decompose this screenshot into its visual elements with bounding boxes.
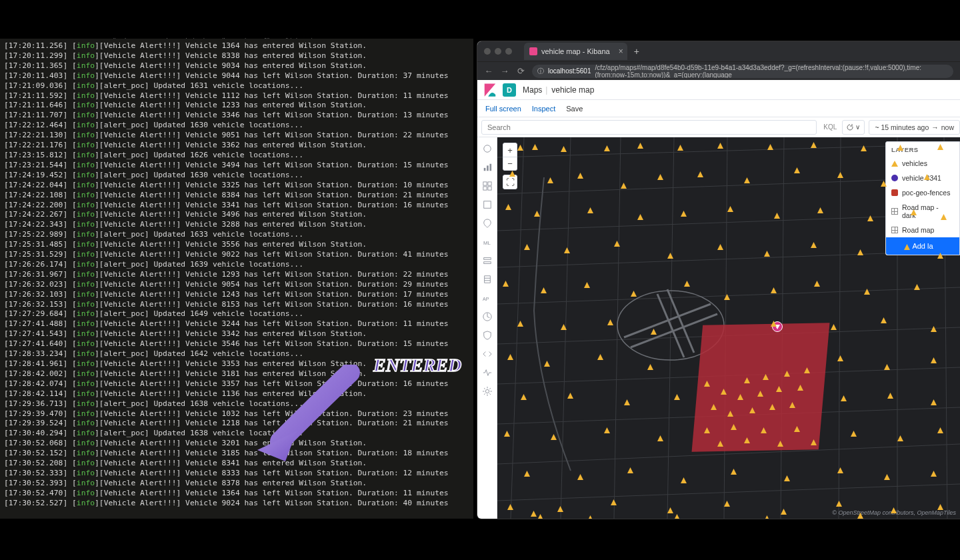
vehicle-marker[interactable] (684, 277, 690, 283)
vehicle-marker[interactable] (557, 503, 563, 509)
vehicle-marker[interactable] (561, 143, 567, 149)
vehicle-marker[interactable] (517, 141, 523, 147)
vehicle-marker[interactable] (524, 467, 530, 473)
vehicle-marker[interactable] (857, 246, 863, 252)
vehicle-marker[interactable] (604, 424, 610, 430)
map-canvas[interactable]: + − ⛶ LAYERS vehiclesvehicle 8341poc-geo… (497, 137, 960, 519)
fit-bounds-button[interactable]: ⛶ (503, 175, 517, 189)
vehicle-marker[interactable] (521, 391, 527, 397)
kibana-logo-icon[interactable] (483, 83, 497, 97)
reload-icon[interactable]: ⟳ (516, 66, 525, 76)
vehicle-marker[interactable] (631, 287, 637, 293)
vehicle-marker[interactable] (764, 247, 770, 253)
nav-uptime-icon[interactable] (483, 312, 492, 321)
vehicle-marker[interactable] (611, 496, 617, 502)
time-picker[interactable]: ~ 15 minutes ago → now (869, 120, 960, 135)
vehicle-marker[interactable] (814, 277, 820, 283)
vehicle-marker[interactable] (647, 361, 653, 367)
vehicle-marker[interactable] (937, 424, 943, 430)
vehicle-marker[interactable] (914, 281, 920, 287)
vehicle-marker[interactable] (724, 291, 730, 297)
nav-ml-icon[interactable]: ML (483, 237, 492, 247)
nav-management-icon[interactable] (483, 387, 492, 396)
vehicle-marker[interactable] (744, 434, 750, 440)
vehicle-marker[interactable] (777, 437, 783, 443)
vehicle-marker[interactable] (731, 421, 737, 427)
vehicle-marker[interactable] (763, 371, 769, 377)
vehicle-marker[interactable] (681, 207, 687, 213)
vehicle-marker[interactable] (564, 244, 570, 250)
vehicle-marker[interactable] (737, 391, 743, 397)
vehicle-marker[interactable] (587, 512, 593, 518)
vehicle-marker[interactable] (811, 139, 817, 145)
vehicle-marker[interactable] (884, 471, 890, 477)
kql-toggle[interactable]: KQL (823, 123, 837, 131)
nav-canvas-icon[interactable] (483, 200, 492, 209)
vehicle-marker[interactable] (567, 389, 573, 395)
vehicle-marker[interactable] (931, 467, 937, 473)
nav-visualize-icon[interactable] (483, 163, 492, 172)
vehicle-marker[interactable] (727, 407, 733, 413)
vehicle-marker[interactable] (941, 211, 947, 217)
vehicle-marker[interactable] (541, 284, 547, 290)
zoom-in-button[interactable]: + (503, 143, 517, 157)
vehicle-marker[interactable] (774, 209, 780, 215)
vehicle-marker[interactable] (811, 239, 817, 245)
terminal-output[interactable]: [17:20:11.256] [info][Vehicle Alert!!!] … (0, 39, 473, 509)
vehicle-marker[interactable] (931, 396, 937, 402)
space-selector[interactable]: D (503, 83, 516, 97)
vehicle-marker[interactable] (784, 472, 790, 478)
nav-dashboard-icon[interactable] (483, 181, 492, 191)
vehicle-marker[interactable] (937, 249, 943, 255)
vehicle-marker[interactable] (547, 174, 553, 180)
back-icon[interactable]: ← (484, 66, 493, 76)
breadcrumb-root[interactable]: Maps (523, 85, 542, 95)
vehicle-marker[interactable] (891, 504, 897, 510)
vehicle-marker[interactable] (761, 424, 767, 430)
vehicle-marker[interactable] (831, 321, 837, 327)
vehicle-marker[interactable] (667, 504, 673, 510)
vehicle-marker[interactable] (637, 139, 643, 145)
vehicle-marker[interactable] (637, 211, 643, 217)
layer-row[interactable]: Road map - dark (886, 200, 959, 223)
vehicle-marker[interactable] (711, 401, 717, 407)
layer-row[interactable]: vehicles (886, 156, 959, 171)
vehicle-marker[interactable] (681, 474, 687, 480)
vehicle-marker[interactable] (784, 367, 790, 373)
vehicle-marker[interactable] (904, 241, 910, 247)
vehicle-marker[interactable] (937, 501, 943, 507)
close-tab-icon[interactable]: × (619, 47, 623, 56)
window-controls[interactable] (477, 48, 512, 55)
vehicle-marker[interactable] (817, 204, 823, 210)
add-layer-button[interactable]: Add la (886, 237, 959, 255)
vehicle-marker[interactable] (532, 141, 538, 147)
vehicle-marker[interactable] (744, 374, 750, 380)
vehicle-marker[interactable] (561, 321, 567, 327)
new-tab-button[interactable]: + (627, 46, 646, 57)
vehicle-marker[interactable] (717, 139, 723, 145)
vehicle-marker[interactable] (674, 391, 680, 397)
vehicle-marker[interactable] (721, 385, 727, 391)
vehicle-marker[interactable] (509, 167, 515, 173)
vehicle-marker[interactable] (507, 501, 513, 507)
vehicle-marker[interactable] (867, 212, 873, 218)
layer-row[interactable]: vehicle 8341 (886, 171, 959, 185)
vehicle-marker[interactable] (607, 316, 613, 322)
vehicle-marker[interactable] (937, 141, 943, 147)
vehicle-marker[interactable] (537, 511, 543, 517)
vehicle-marker[interactable] (704, 424, 710, 430)
vehicle-marker[interactable] (584, 279, 590, 285)
vehicle-marker[interactable] (517, 317, 523, 323)
vehicle-marker[interactable] (667, 249, 673, 255)
vehicle-marker[interactable] (837, 169, 843, 175)
vehicle-marker[interactable] (804, 364, 810, 370)
vehicle-marker[interactable] (789, 399, 795, 405)
vehicle-marker[interactable] (881, 177, 887, 183)
vehicle-marker[interactable] (797, 381, 803, 387)
vehicle-marker[interactable] (504, 427, 510, 433)
vehicle-marker[interactable] (677, 141, 683, 147)
vehicle-marker[interactable] (503, 277, 509, 283)
vehicle-marker[interactable] (724, 497, 730, 503)
vehicle-marker[interactable] (507, 351, 513, 357)
vehicle-marker[interactable] (531, 507, 537, 513)
